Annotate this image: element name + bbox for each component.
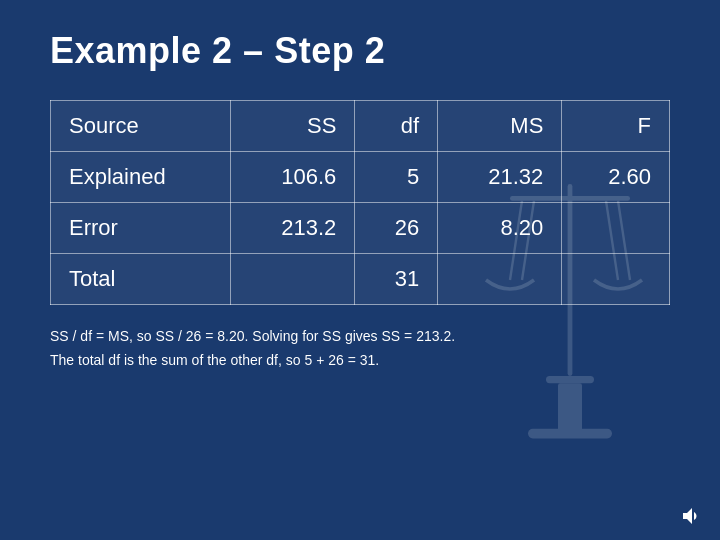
- table-row: Total 31: [51, 254, 670, 305]
- note-1: SS / df = MS, so SS / 26 = 8.20. Solving…: [50, 325, 670, 349]
- row-total-source: Total: [51, 254, 231, 305]
- table-row: Explained 106.6 5 21.32 2.60: [51, 152, 670, 203]
- row-explained-df: 5: [355, 152, 438, 203]
- col-header-source: Source: [51, 101, 231, 152]
- row-total-ss: [231, 254, 355, 305]
- note-2: The total df is the sum of the other df,…: [50, 349, 670, 373]
- anova-table: Source SS df MS F Explained 106.6 5 21.3…: [50, 100, 670, 305]
- speaker-icon[interactable]: [680, 504, 704, 528]
- row-error-f: [562, 203, 670, 254]
- row-error-df: 26: [355, 203, 438, 254]
- main-content: Example 2 – Step 2 Source SS df MS F Exp…: [0, 0, 720, 393]
- notes-section: SS / df = MS, so SS / 26 = 8.20. Solving…: [50, 325, 670, 373]
- row-total-ms: [438, 254, 562, 305]
- col-header-f: F: [562, 101, 670, 152]
- row-explained-source: Explained: [51, 152, 231, 203]
- row-total-df: 31: [355, 254, 438, 305]
- svg-rect-8: [528, 429, 612, 439]
- table-row: Error 213.2 26 8.20: [51, 203, 670, 254]
- row-explained-ss: 106.6: [231, 152, 355, 203]
- row-explained-ms: 21.32: [438, 152, 562, 203]
- row-explained-f: 2.60: [562, 152, 670, 203]
- row-error-source: Error: [51, 203, 231, 254]
- col-header-ss: SS: [231, 101, 355, 152]
- col-header-df: df: [355, 101, 438, 152]
- row-error-ss: 213.2: [231, 203, 355, 254]
- row-total-f: [562, 254, 670, 305]
- col-header-ms: MS: [438, 101, 562, 152]
- page-title: Example 2 – Step 2: [50, 30, 670, 72]
- row-error-ms: 8.20: [438, 203, 562, 254]
